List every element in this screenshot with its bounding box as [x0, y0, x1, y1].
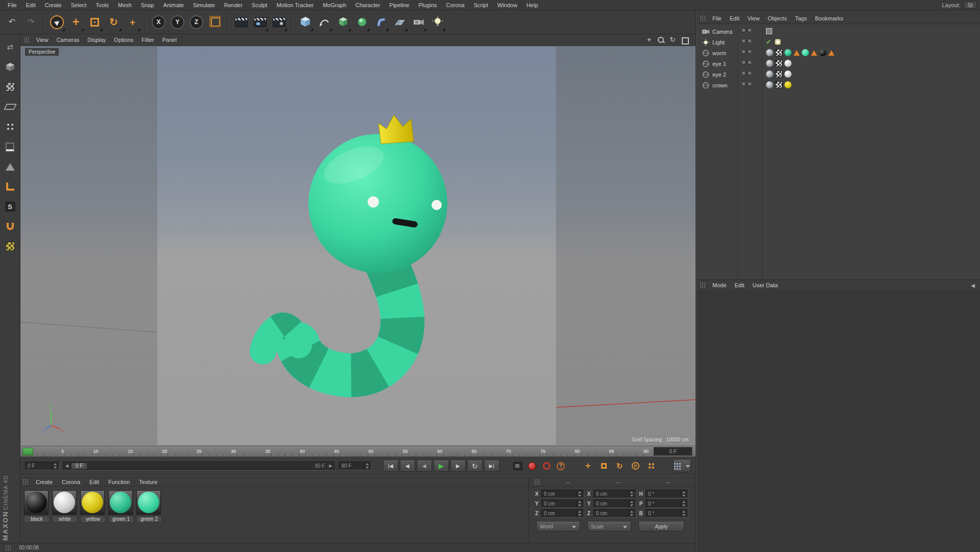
menu-window[interactable]: Window — [493, 1, 522, 9]
live-selection-button[interactable] — [48, 12, 66, 32]
object-row-worm[interactable]: worm — [697, 48, 980, 58]
render-visibility-dot[interactable] — [748, 71, 752, 75]
record-pla-toggle[interactable] — [645, 461, 658, 472]
menu-edit[interactable]: Edit — [21, 1, 40, 9]
zoom-view-icon[interactable] — [657, 36, 665, 44]
menu-render[interactable]: Render — [220, 1, 247, 9]
timeline-range-slider[interactable]: 0 F 90 F — [63, 462, 334, 471]
render-settings-button[interactable] — [270, 12, 288, 32]
redo-button[interactable] — [22, 12, 40, 32]
material-swatch[interactable]: yellow — [80, 490, 106, 523]
value-spinner[interactable] — [681, 510, 686, 517]
viewport-menu-options[interactable]: Options — [110, 36, 137, 44]
snap-button[interactable] — [3, 219, 18, 234]
menu-motion-tracker[interactable]: Motion Tracker — [272, 1, 318, 9]
viewport-view-label[interactable]: Perspective — [25, 48, 59, 56]
visibility-toggles[interactable] — [742, 60, 752, 64]
material-name[interactable]: green 2 — [136, 516, 162, 523]
end-frame-field[interactable]: 90 F — [339, 462, 371, 470]
menu-select[interactable]: Select — [66, 1, 91, 9]
lock-z-button[interactable]: Z — [187, 12, 205, 32]
menu-script[interactable]: Script — [469, 1, 493, 9]
material-preview-black[interactable] — [24, 490, 49, 515]
om-menu-bookmarks[interactable]: Bookmarks — [811, 14, 847, 22]
value-spinner[interactable] — [681, 491, 686, 497]
object-name[interactable]: eye 2 — [712, 72, 726, 78]
previous-key-button[interactable] — [400, 461, 415, 472]
phong-tag-icon[interactable] — [766, 71, 773, 78]
rot-p-field[interactable]: 0 ° — [646, 499, 688, 508]
goto-start-button[interactable] — [383, 461, 398, 472]
am-menu-edit[interactable]: Edit — [731, 281, 749, 289]
om-menu-objects[interactable]: Objects — [763, 14, 791, 22]
value-spinner[interactable] — [577, 491, 582, 497]
render-visibility-dot[interactable] — [748, 82, 752, 86]
material-menu-corona[interactable]: Corona — [57, 478, 85, 486]
object-row-light[interactable]: Light — [697, 37, 980, 48]
am-menu-mode[interactable]: Mode — [708, 281, 731, 289]
material-preview-green-1[interactable] — [108, 490, 133, 515]
visibility-toggles[interactable] — [742, 28, 752, 32]
timeline-ruler[interactable]: 0 5 10 15 20 25 30 35 40 45 50 55 60 65 … — [20, 446, 696, 457]
points-mode-button[interactable] — [3, 119, 18, 134]
am-menu-user-data[interactable]: User Data — [749, 281, 782, 289]
size-z-field[interactable]: 0 cm — [593, 509, 636, 518]
coordinate-system-button[interactable] — [206, 12, 224, 32]
menu-tools[interactable]: Tools — [91, 1, 113, 9]
value-spinner[interactable] — [629, 500, 634, 507]
add-spline-button[interactable] — [315, 12, 333, 32]
visibility-toggles[interactable] — [742, 71, 752, 75]
render-visibility-dot[interactable] — [748, 28, 752, 32]
next-key-button[interactable] — [450, 461, 466, 472]
phong-tag-icon[interactable] — [766, 60, 773, 67]
visibility-toggles[interactable] — [742, 82, 752, 86]
render-picture-viewer-button[interactable] — [251, 12, 269, 32]
slider-right-arrow-icon[interactable] — [327, 462, 334, 470]
material-name[interactable]: yellow — [80, 516, 106, 523]
corona-tag-icon[interactable] — [811, 50, 817, 56]
render-visibility-dot[interactable] — [748, 50, 752, 54]
material-menu-function[interactable]: Function — [104, 478, 134, 486]
viewport-canvas[interactable]: Y X Z Perspective Grid Spacing : 10000 c… — [20, 46, 696, 446]
apply-button[interactable]: Apply — [638, 522, 684, 532]
menu-sculpt[interactable]: Sculpt — [247, 1, 272, 9]
om-menu-file[interactable]: File — [708, 14, 726, 22]
polygons-mode-button[interactable] — [3, 159, 18, 174]
add-floor-button[interactable] — [391, 12, 409, 32]
material-menu-texture[interactable]: Texture — [134, 478, 162, 486]
lock-y-button[interactable]: Y — [169, 12, 186, 32]
light-tag-icon[interactable] — [774, 38, 781, 45]
menu-plugins[interactable]: Plugins — [414, 1, 441, 9]
render-visibility-dot[interactable] — [748, 39, 752, 43]
material-tag-white-icon[interactable] — [784, 71, 792, 78]
timeline-playhead[interactable] — [22, 448, 33, 455]
editor-visibility-dot[interactable] — [742, 28, 746, 32]
loop-button[interactable] — [467, 461, 483, 472]
material-name[interactable]: white — [52, 516, 78, 523]
material-swatch[interactable]: white — [52, 490, 78, 523]
material-swatch[interactable]: black — [24, 490, 50, 523]
workplane-grid-button[interactable] — [3, 239, 18, 254]
editor-visibility-dot[interactable] — [742, 71, 746, 75]
goto-end-button[interactable] — [484, 461, 499, 472]
record-rotation-toggle[interactable] — [613, 461, 626, 472]
move-tool-button[interactable] — [67, 12, 85, 32]
frame-spinner[interactable] — [364, 463, 369, 469]
add-cube-button[interactable] — [296, 12, 314, 32]
autokey-button[interactable] — [540, 461, 553, 472]
add-field-button[interactable] — [353, 12, 371, 32]
record-scale-toggle[interactable] — [597, 461, 610, 472]
menu-pipeline[interactable]: Pipeline — [385, 1, 414, 9]
viewport-menu-display[interactable]: Display — [83, 36, 110, 44]
object-row-eye-2[interactable]: eye 2 — [697, 69, 980, 80]
record-position-toggle[interactable] — [582, 461, 594, 472]
menu-corona[interactable]: Corona — [442, 1, 469, 9]
size-x-field[interactable]: 0 cm — [593, 490, 636, 498]
value-spinner[interactable] — [629, 491, 634, 497]
material-menu-create[interactable]: Create — [31, 478, 57, 486]
material-preview-yellow[interactable] — [80, 490, 105, 515]
rotation-header[interactable]: -- — [643, 479, 694, 485]
pos-x-field[interactable]: 0 cm — [541, 490, 584, 498]
menu-create[interactable]: Create — [40, 1, 66, 9]
record-options-button[interactable] — [555, 461, 567, 472]
